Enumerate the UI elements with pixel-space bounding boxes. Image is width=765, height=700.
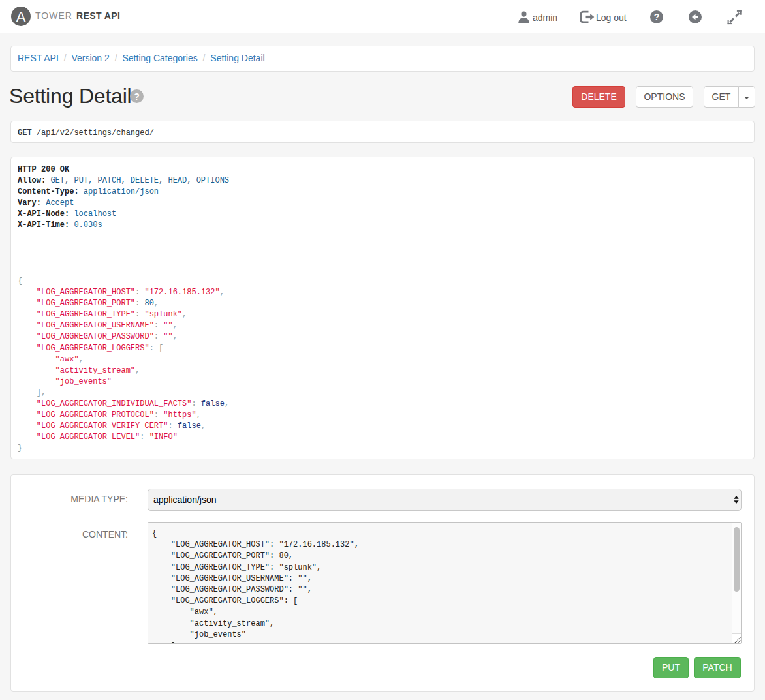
svg-text:?: ? [134,91,140,102]
svg-text:?: ? [654,12,660,22]
svg-text:A: A [16,8,26,25]
